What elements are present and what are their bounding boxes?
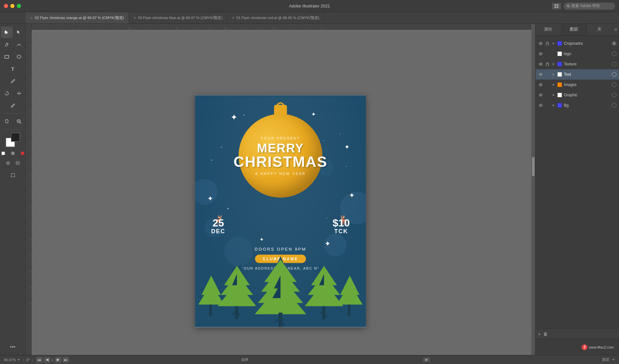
delete-layer-button[interactable]: 🗑 <box>543 331 548 337</box>
selection-tool[interactable] <box>1 26 13 38</box>
layer-dropdown-icon[interactable] <box>612 358 615 361</box>
tab-close-3[interactable]: ✕ <box>232 16 234 20</box>
layer-row-texture[interactable]: Texture <box>535 59 619 69</box>
layer-eye-images[interactable] <box>538 82 543 87</box>
panel-menu-button[interactable]: ≡ <box>613 24 619 35</box>
svg-rect-27 <box>11 174 15 177</box>
hand-tool[interactable] <box>1 116 13 127</box>
layer-target-logo[interactable] <box>612 52 616 56</box>
normal-mode-icon <box>1 151 5 156</box>
tab-close-2[interactable]: ✕ <box>133 16 136 20</box>
layer-expand-cropmarks[interactable] <box>552 42 555 45</box>
layer-row-logo[interactable]: logo <box>535 49 619 59</box>
tab-close-1[interactable]: ✕ <box>30 16 33 20</box>
canvas-scrollbar-vertical[interactable] <box>531 24 535 355</box>
svg-rect-113 <box>546 43 549 45</box>
layer-row-text[interactable]: Text <box>535 69 619 80</box>
reflect-tool[interactable] <box>13 88 25 99</box>
zoom-dropdown-icon[interactable] <box>17 358 20 361</box>
play-button[interactable] <box>423 358 430 362</box>
rectangle-tool[interactable] <box>1 51 13 62</box>
artboard-tool[interactable] <box>7 169 19 181</box>
layer-dot-cropmarks <box>613 42 615 45</box>
ornament-container: YOUR PRESENT MERRY CHRISTMAS & HAPPY NEW… <box>232 105 329 198</box>
layer-expand-bg[interactable] <box>552 103 555 107</box>
last-page-button[interactable]: ⏭ <box>63 357 69 363</box>
tab-1[interactable]: ✕ 02 Flyer christmas orange.ai @ 66.67 %… <box>26 12 129 24</box>
tab-layers[interactable]: 图层 <box>561 24 587 35</box>
zoom-tool[interactable] <box>13 116 25 127</box>
scrollbar-thumb-vertical[interactable] <box>532 157 535 176</box>
chevron-right-icon <box>552 94 555 96</box>
type-tool[interactable]: T <box>7 63 19 75</box>
tab-library[interactable]: 库 <box>587 24 613 35</box>
eye-icon <box>539 62 543 66</box>
layer-target-bg[interactable] <box>612 103 616 108</box>
search-bar[interactable]: 搜索 Adobe 帮助 <box>564 3 615 10</box>
first-page-button[interactable]: ⏮ <box>36 357 43 363</box>
foreground-color-swatch[interactable] <box>11 133 20 142</box>
extra-tool-2[interactable] <box>13 158 22 168</box>
gray-mode-button[interactable] <box>8 149 17 158</box>
layer-eye-texture[interactable] <box>538 62 543 67</box>
direct-arrow-icon <box>16 30 22 35</box>
add-layer-button[interactable]: + <box>538 331 541 337</box>
ruler-left-marks <box>26 30 32 355</box>
arrange-windows-button[interactable] <box>552 3 561 9</box>
present-text: YOUR PRESENT <box>261 136 300 140</box>
svg-rect-25 <box>16 161 19 163</box>
layer-expand-graphic[interactable] <box>552 93 555 97</box>
lock-icon <box>546 42 549 45</box>
paintbrush-tool[interactable] <box>7 75 19 87</box>
layer-target-texture[interactable] <box>612 62 616 66</box>
layer-expand-texture[interactable] <box>552 62 555 66</box>
curvature-tool[interactable] <box>13 39 25 50</box>
direct-selection-tool[interactable] <box>13 26 25 38</box>
pen-tool[interactable] <box>1 39 13 50</box>
curvature-icon <box>16 42 22 47</box>
svg-point-9 <box>17 55 21 58</box>
layer-row-images[interactable]: Images <box>535 80 619 90</box>
normal-mode-button[interactable] <box>0 149 8 158</box>
next-page-button[interactable]: ▶ <box>55 357 61 363</box>
layer-expand-text[interactable] <box>552 72 555 76</box>
close-button[interactable] <box>4 4 8 8</box>
zoom-icon <box>16 119 22 124</box>
layer-name-cropmarks: Cropmarks <box>564 41 610 46</box>
layer-row-bg[interactable]: Bg <box>535 100 619 110</box>
svg-line-5 <box>569 6 570 7</box>
layer-eye-logo[interactable] <box>538 51 543 56</box>
layer-target-images[interactable] <box>612 82 616 87</box>
tab-properties[interactable]: 属性 <box>535 24 561 35</box>
extra-tool-1[interactable] <box>4 158 13 168</box>
view-tools <box>1 116 25 127</box>
layer-name-logo: logo <box>564 52 610 56</box>
extra-tools <box>4 158 22 168</box>
layer-eye-graphic[interactable] <box>538 92 543 98</box>
layer-target-graphic[interactable] <box>612 93 616 97</box>
ellipse-tool[interactable] <box>13 51 25 62</box>
layer-target-text[interactable] <box>612 72 616 77</box>
maximize-button[interactable] <box>17 4 21 8</box>
rotate-tool[interactable] <box>1 88 13 99</box>
layer-color-text <box>557 72 562 77</box>
more-tools-button[interactable]: ••• <box>10 344 15 350</box>
layer-row-graphic[interactable]: Graphic <box>535 90 619 100</box>
tab-2[interactable]: ✕ 03 Flyer christmas blue.ai @ 66.67 % (… <box>129 12 228 24</box>
prev-page-button[interactable]: ◀ <box>44 357 50 363</box>
canvas-area[interactable]: ✦ ✦ ✦ ✦ ✦ ✦ ✦ YOUR PRESENT MERRY CHRISTM… <box>26 24 535 355</box>
svg-marker-134 <box>426 359 428 361</box>
layer-eye-text[interactable] <box>538 72 543 77</box>
layer-lock-texture[interactable] <box>545 62 550 66</box>
eyedropper-tool[interactable] <box>7 100 19 111</box>
tab-3[interactable]: ✕ 01 Flyer christmas red.ai @ 66.05 % (C… <box>227 12 324 24</box>
color-swatches[interactable] <box>6 133 20 147</box>
layer-eye-cropmarks[interactable] <box>538 41 543 46</box>
layer-row-cropmarks[interactable]: Cropmarks <box>535 38 619 49</box>
layer-expand-images[interactable] <box>552 83 555 87</box>
layer-eye-bg[interactable] <box>538 103 543 108</box>
layer-lock-cropmarks[interactable] <box>545 41 550 46</box>
ruler-top <box>26 24 531 30</box>
minimize-button[interactable] <box>10 4 15 8</box>
layer-target-cropmarks[interactable] <box>612 41 616 46</box>
